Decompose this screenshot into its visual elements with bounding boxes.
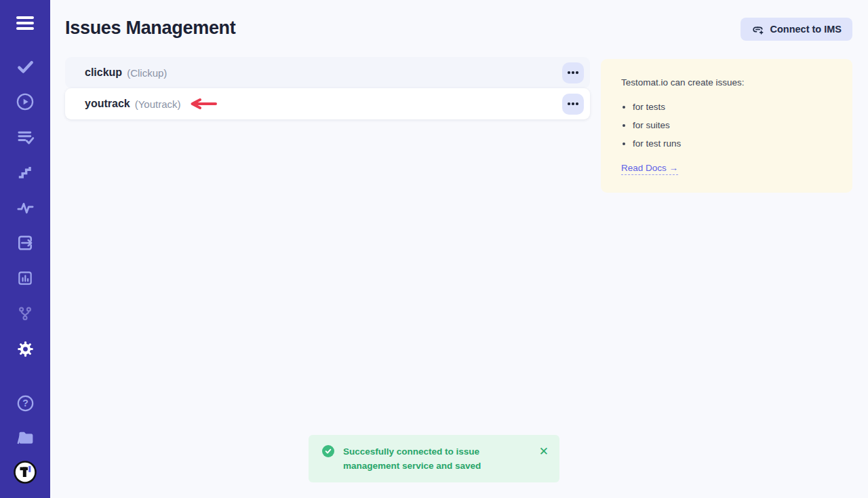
ellipsis-icon (568, 102, 578, 104)
ellipsis-icon (568, 71, 578, 73)
sidebar: ? (0, 0, 50, 498)
ims-name: youtrack (85, 98, 130, 110)
close-icon[interactable]: ✕ (539, 446, 549, 457)
settings-gear-icon[interactable] (12, 335, 39, 362)
ims-row-clickup[interactable]: clickup (Clickup) (65, 57, 590, 88)
svg-text:?: ? (22, 398, 28, 408)
info-bullet: for suites (633, 120, 832, 130)
import-icon[interactable] (12, 229, 39, 256)
hamburger-menu-icon[interactable] (16, 16, 34, 30)
ims-name: clickup (85, 66, 122, 79)
app-window: ? Issues Management Connect to IMS (0, 0, 868, 498)
red-arrow-annotation (188, 98, 218, 110)
analytics-pulse-icon[interactable] (12, 194, 39, 221)
success-toast: Succesfully connected to issue managemen… (309, 435, 559, 482)
check-circle-icon (322, 445, 334, 457)
sidebar-nav (12, 53, 39, 370)
ims-provider: (Youtrack) (135, 98, 181, 110)
info-bullet: for tests (633, 102, 832, 112)
ims-provider: (Clickup) (127, 67, 167, 79)
runs-play-circle-icon[interactable] (12, 88, 39, 115)
read-docs-link[interactable]: Read Docs → (621, 163, 678, 175)
info-panel: Testomat.io can create issues: for tests… (601, 59, 852, 193)
ims-list: clickup (Clickup) youtrack (Youtrack) (65, 57, 590, 119)
main-content: Issues Management Connect to IMS clickup… (50, 0, 868, 498)
ims-row-youtrack[interactable]: youtrack (Youtrack) (65, 88, 590, 119)
info-bullet: for test runs (633, 138, 832, 149)
ellipsis-menu-button[interactable] (562, 62, 584, 83)
ellipsis-menu-button[interactable] (562, 94, 584, 115)
projects-folder-icon[interactable] (12, 424, 39, 451)
reports-bar-chart-icon[interactable] (12, 265, 39, 292)
info-bullet-list: for tests for suites for test runs (633, 102, 832, 149)
connect-to-ims-button[interactable]: Connect to IMS (741, 18, 852, 41)
plans-list-check-icon[interactable] (12, 123, 39, 151)
sidebar-bottom: ? (12, 389, 39, 486)
branch-icon[interactable] (12, 300, 39, 327)
info-panel-title: Testomat.io can create issues: (621, 77, 832, 88)
page-title: Issues Management (65, 18, 236, 39)
testomat-logo[interactable] (12, 459, 39, 486)
steps-stairs-icon[interactable] (12, 159, 39, 186)
help-circle-icon[interactable]: ? (12, 389, 39, 417)
toast-message: Succesfully connected to issue managemen… (343, 444, 507, 473)
tests-check-icon[interactable] (12, 53, 39, 80)
connect-button-label: Connect to IMS (770, 24, 842, 35)
link-plus-icon (751, 23, 764, 36)
